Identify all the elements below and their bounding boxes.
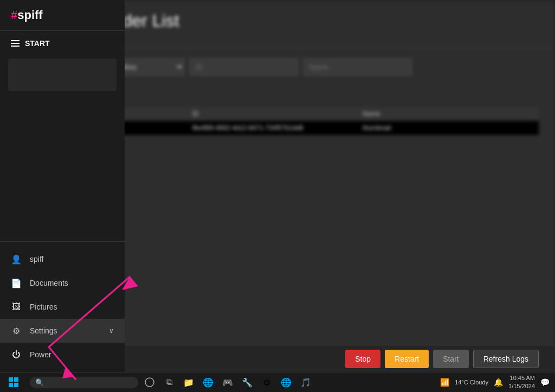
sidebar-item-user[interactable]: 👤 spiff — [0, 247, 125, 271]
sidebar-item-documents[interactable]: 📄 Documents — [0, 271, 125, 295]
sidebar: #spiff START 👤 spiff 📄 Documents 🖼 Pictu… — [0, 0, 125, 372]
action-buttons: Stop Restart Start Refresh Logs — [345, 350, 539, 368]
stop-button[interactable]: Stop — [345, 350, 380, 368]
sidebar-preview — [8, 59, 117, 91]
sidebar-item-pictures-label: Pictures — [30, 303, 57, 311]
clock-time: 10:45 AM — [508, 374, 535, 382]
clock-date: 1/15/2024 — [508, 382, 535, 390]
sidebar-bottom-nav: 👤 spiff 📄 Documents 🖼 Pictures ⚙ Setting… — [0, 241, 125, 372]
taskbar-task-view[interactable]: ⧉ — [160, 372, 178, 393]
user-icon: 👤 — [11, 254, 22, 265]
settings-icon: ⚙ — [11, 325, 22, 336]
chevron-down-icon: ∨ — [109, 327, 114, 335]
windows-icon — [9, 377, 18, 387]
svg-rect-0 — [9, 377, 13, 382]
app-logo: #spiff — [0, 0, 125, 31]
sidebar-item-power-label: Power — [30, 350, 51, 359]
restart-button[interactable]: Restart — [385, 350, 429, 368]
logo-name: spiff — [17, 8, 42, 22]
taskbar-search-box[interactable]: 🔍 — [30, 377, 138, 388]
sidebar-item-settings[interactable]: ⚙ Settings ∨ — [0, 319, 125, 343]
sidebar-item-documents-label: Documents — [30, 279, 68, 287]
svg-point-4 — [145, 378, 154, 387]
taskbar: 🔍 ⧉ 📁 🌐 🎮 🔧 ⚙ 🌐 🎵 📶 14°C Cloudy 🔔 10:45 … — [0, 372, 555, 392]
cortana-icon — [145, 377, 154, 387]
start-menu-button[interactable] — [0, 372, 27, 392]
taskbar-cortana[interactable] — [141, 372, 158, 393]
sidebar-item-power[interactable]: ⏻ Power — [0, 343, 125, 367]
logo-text: #spiff — [11, 8, 43, 22]
taskbar-edge[interactable]: 🌐 — [199, 372, 217, 393]
refresh-logs-button[interactable]: Refresh Logs — [473, 350, 539, 368]
taskbar-app3[interactable]: 🌐 — [278, 372, 295, 393]
col-id: ID — [192, 110, 363, 118]
system-clock[interactable]: 10:45 AM 1/15/2024 — [508, 374, 535, 391]
taskbar-settings-app[interactable]: ⚙ — [258, 372, 275, 393]
sidebar-item-settings-label: Settings — [30, 326, 57, 335]
col-name: Name — [363, 110, 533, 118]
id-input[interactable] — [190, 59, 298, 75]
sidebar-item-user-label: spiff — [30, 255, 43, 264]
name-input[interactable] — [304, 59, 412, 75]
taskbar-app1[interactable]: 🎮 — [219, 372, 236, 393]
sidebar-menu-label: START — [25, 39, 50, 48]
taskbar-app4[interactable]: 🎵 — [297, 372, 314, 393]
taskbar-right-area: 📶 14°C Cloudy 🔔 10:45 AM 1/15/2024 💬 — [440, 374, 555, 391]
start-button[interactable]: Start — [433, 350, 469, 368]
taskbar-app2[interactable]: 🔧 — [238, 372, 256, 393]
sidebar-item-pictures[interactable]: 🖼 Pictures — [0, 295, 125, 319]
svg-rect-3 — [14, 383, 18, 387]
action-center-icon[interactable]: 💬 — [540, 378, 550, 387]
weather-display: 14°C Cloudy — [455, 379, 488, 385]
taskbar-explorer[interactable]: 📁 — [180, 372, 197, 393]
logo-hash: # — [11, 8, 17, 22]
search-icon: 🔍 — [35, 378, 44, 387]
notification-area[interactable]: 🔔 — [494, 378, 503, 387]
taskbar-pinned-apps: ⧉ 📁 🌐 🎮 🔧 ⚙ 🌐 🎵 — [141, 372, 314, 393]
sidebar-spacer — [0, 97, 125, 241]
hamburger-button[interactable] — [11, 40, 20, 47]
power-icon: ⏻ — [11, 349, 22, 360]
svg-rect-2 — [9, 383, 13, 387]
sidebar-header: START — [0, 31, 125, 53]
svg-rect-1 — [14, 377, 18, 382]
documents-icon: 📄 — [11, 278, 22, 288]
network-icon[interactable]: 📶 — [440, 378, 449, 387]
cell-name: thumbnail — [363, 124, 533, 132]
pictures-icon: 🖼 — [11, 301, 22, 312]
cell-id: file4f89-4892-4d12-8471-734f57b1dd8 — [192, 124, 363, 132]
